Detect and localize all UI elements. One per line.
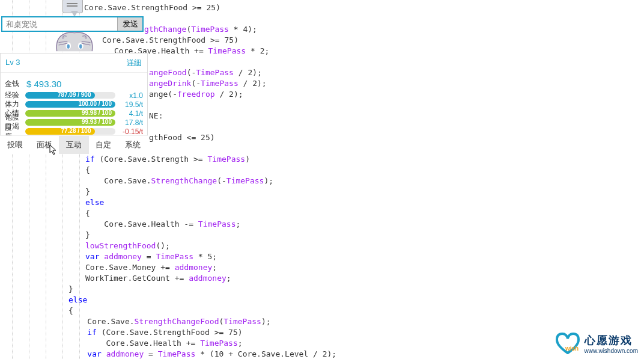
code-line: else (85, 197, 104, 208)
code-line: ange(-freedrop / 2); (149, 89, 243, 100)
stat-rate: x1.0 (118, 91, 143, 100)
svg-text:wish: wish (565, 345, 579, 352)
code-line: NE: (149, 111, 163, 121)
code-line: } (68, 284, 73, 295)
code-line: { (85, 208, 90, 219)
tab-投喂[interactable]: 投喂 (0, 136, 29, 154)
stat-row: 饱腹度 99.93 / 100 17.8/t (5, 118, 143, 127)
stats-panel: Lv 3 详细 金钱 $ 493.30 经验 787.09 / 900 x1.0… (0, 53, 148, 140)
code-line: var addmoney = TimePass * (10 + Core.Sav… (68, 349, 336, 359)
stat-bar-text: 99.93 / 100 (82, 119, 112, 125)
code-line: } (85, 230, 90, 241)
svg-point-1 (67, 44, 70, 48)
code-line: WorkTimer.GetCount += addmoney; (85, 273, 231, 284)
chat-input[interactable] (2, 17, 117, 31)
code-line: if (Core.Save.Strength >= TimePass) (85, 154, 250, 165)
code-line: Core.Save.StrengthChange(-TimePass); (85, 176, 273, 186)
stat-bar: 100.00 / 100 (25, 101, 115, 108)
code-line: else (68, 295, 87, 305)
stat-rate: 4.1/t (118, 109, 143, 118)
stat-row: 口渴度 77.28 / 100 -0.15/t (5, 127, 143, 136)
stat-bar-text: 787.09 / 900 (58, 92, 91, 98)
stat-rate: 17.8/t (118, 118, 143, 127)
tab-系统[interactable]: 系统 (118, 136, 148, 154)
stat-row: 体力 100.00 / 100 19.5/t (5, 100, 143, 109)
code-line: gthChange(TimePass * 4); (144, 24, 257, 35)
stat-row: 经验 787.09 / 900 x1.0 (5, 91, 143, 100)
svg-point-3 (79, 44, 82, 48)
stat-bar-text: 100.00 / 100 (78, 101, 112, 107)
stat-bar: 99.93 / 100 (25, 119, 115, 126)
stat-row: 心情 99.98 / 100 4.1/t (5, 109, 143, 118)
money-label: 金钱 (5, 79, 24, 89)
code-line: Core.Save.Money += addmoney; (85, 262, 217, 273)
stat-bar: 99.98 / 100 (25, 110, 115, 117)
tab-bar: 投喂面板互动自定系统 (0, 135, 148, 154)
heart-icon: wish (554, 333, 581, 354)
code-line: angeDrink(-TimePass / 2); (149, 78, 267, 89)
code-line: var addmoney = TimePass * 5; (85, 251, 217, 262)
stat-bar: 77.28 / 100 (25, 128, 115, 135)
tab-互动[interactable]: 互动 (59, 136, 88, 154)
code-line: } (85, 186, 90, 197)
send-button[interactable]: 发送 (117, 17, 142, 31)
detail-link[interactable]: 详细 (127, 58, 141, 68)
code-line: { (85, 165, 90, 176)
code-line: Core.Save.StrengthFood >= 25) (84, 2, 220, 13)
code-line: gthFood <= 25) (149, 132, 215, 143)
code-line: { (68, 305, 73, 316)
level-label: Lv 3 (5, 58, 20, 68)
watermark-url: www.wishdown.com (585, 348, 638, 354)
money-value: $ 493.30 (26, 79, 61, 89)
stat-rate: 19.5/t (118, 100, 143, 109)
watermark-title: 心愿游戏 (585, 333, 638, 348)
stat-bar: 787.09 / 900 (25, 92, 115, 99)
stat-rate: -0.15/t (118, 127, 143, 136)
code-line: Core.Save.StrengthFood >= 75) (102, 35, 238, 46)
code-line: angeFood(-TimePass / 2); (149, 67, 262, 78)
cursor-icon (49, 144, 58, 155)
watermark-logo: wish 心愿游戏 www.wishdown.com (554, 333, 638, 354)
code-line: Core.Save.Health += TimePass; (68, 338, 243, 349)
code-line: lowStrengthFood(); (85, 241, 170, 251)
stat-bar-text: 99.98 / 100 (82, 110, 112, 116)
stat-bar-text: 77.28 / 100 (61, 128, 91, 134)
code-line: if (Core.Save.StrengthFood >= 75) (68, 327, 243, 338)
code-line: Core.Save.Health -= TimePass; (85, 219, 240, 230)
tab-自定[interactable]: 自定 (89, 136, 118, 154)
code-line: Core.Save.StrengthChangeFood(TimePass); (68, 316, 271, 327)
